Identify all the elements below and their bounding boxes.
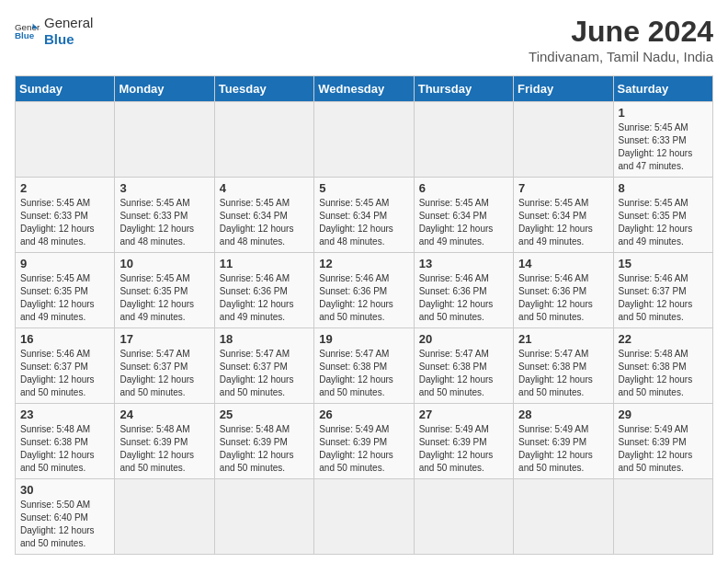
day-number: 20 bbox=[419, 332, 508, 346]
day-number: 16 bbox=[20, 332, 109, 346]
day-cell: 13Sunrise: 5:46 AM Sunset: 6:36 PM Dayli… bbox=[414, 253, 513, 328]
day-cell bbox=[613, 479, 712, 555]
day-cell: 23Sunrise: 5:48 AM Sunset: 6:38 PM Dayli… bbox=[16, 404, 115, 479]
week-row-1: 2Sunrise: 5:45 AM Sunset: 6:33 PM Daylig… bbox=[16, 178, 713, 253]
day-info: Sunrise: 5:45 AM Sunset: 6:33 PM Dayligh… bbox=[119, 197, 209, 248]
day-number: 4 bbox=[220, 181, 309, 195]
day-number: 25 bbox=[220, 408, 309, 421]
day-cell bbox=[414, 102, 513, 178]
day-info: Sunrise: 5:45 AM Sunset: 6:34 PM Dayligh… bbox=[220, 197, 309, 248]
week-row-3: 16Sunrise: 5:46 AM Sunset: 6:37 PM Dayli… bbox=[16, 328, 713, 404]
day-cell: 30Sunrise: 5:50 AM Sunset: 6:40 PM Dayli… bbox=[16, 479, 115, 555]
day-cell bbox=[115, 479, 214, 555]
day-number: 19 bbox=[319, 332, 408, 346]
day-header-sunday: Sunday bbox=[16, 76, 115, 102]
day-header-thursday: Thursday bbox=[414, 76, 513, 102]
day-number: 3 bbox=[119, 181, 209, 195]
day-info: Sunrise: 5:48 AM Sunset: 6:39 PM Dayligh… bbox=[119, 423, 209, 475]
day-number: 9 bbox=[20, 257, 109, 270]
week-row-5: 30Sunrise: 5:50 AM Sunset: 6:40 PM Dayli… bbox=[16, 479, 713, 555]
day-cell: 21Sunrise: 5:47 AM Sunset: 6:38 PM Dayli… bbox=[514, 328, 613, 404]
day-number: 21 bbox=[518, 332, 608, 346]
day-cell: 7Sunrise: 5:45 AM Sunset: 6:34 PM Daylig… bbox=[514, 178, 613, 253]
day-info: Sunrise: 5:45 AM Sunset: 6:34 PM Dayligh… bbox=[319, 197, 408, 248]
day-info: Sunrise: 5:46 AM Sunset: 6:37 PM Dayligh… bbox=[20, 348, 109, 399]
calendar-title: June 2024 bbox=[529, 15, 713, 49]
day-info: Sunrise: 5:46 AM Sunset: 6:36 PM Dayligh… bbox=[518, 272, 608, 324]
day-cell: 6Sunrise: 5:45 AM Sunset: 6:34 PM Daylig… bbox=[414, 178, 513, 253]
day-number: 30 bbox=[20, 483, 109, 497]
day-cell: 25Sunrise: 5:48 AM Sunset: 6:39 PM Dayli… bbox=[214, 404, 313, 479]
day-number: 12 bbox=[319, 257, 408, 270]
day-cell: 24Sunrise: 5:48 AM Sunset: 6:39 PM Dayli… bbox=[115, 404, 214, 479]
day-info: Sunrise: 5:46 AM Sunset: 6:36 PM Dayligh… bbox=[220, 272, 309, 324]
day-cell: 12Sunrise: 5:46 AM Sunset: 6:36 PM Dayli… bbox=[314, 253, 414, 328]
day-cell bbox=[314, 102, 414, 178]
day-cell: 5Sunrise: 5:45 AM Sunset: 6:34 PM Daylig… bbox=[314, 178, 414, 253]
logo-general: General bbox=[44, 15, 93, 30]
day-cell: 19Sunrise: 5:47 AM Sunset: 6:38 PM Dayli… bbox=[314, 328, 414, 404]
day-number: 14 bbox=[518, 257, 608, 270]
page-header: General Blue General Blue June 2024 Tind… bbox=[15, 15, 713, 64]
day-number: 17 bbox=[119, 332, 209, 346]
day-number: 26 bbox=[319, 408, 408, 421]
day-cell: 9Sunrise: 5:45 AM Sunset: 6:35 PM Daylig… bbox=[16, 253, 115, 328]
day-number: 22 bbox=[619, 332, 708, 346]
day-number: 10 bbox=[119, 257, 209, 270]
day-info: Sunrise: 5:45 AM Sunset: 6:35 PM Dayligh… bbox=[20, 272, 109, 324]
day-cell bbox=[214, 102, 313, 178]
day-number: 7 bbox=[518, 181, 608, 195]
week-row-2: 9Sunrise: 5:45 AM Sunset: 6:35 PM Daylig… bbox=[16, 253, 713, 328]
calendar-table: SundayMondayTuesdayWednesdayThursdayFrid… bbox=[15, 75, 713, 555]
day-info: Sunrise: 5:48 AM Sunset: 6:38 PM Dayligh… bbox=[619, 348, 708, 399]
day-cell: 10Sunrise: 5:45 AM Sunset: 6:35 PM Dayli… bbox=[115, 253, 214, 328]
day-cell: 8Sunrise: 5:45 AM Sunset: 6:35 PM Daylig… bbox=[613, 178, 712, 253]
day-info: Sunrise: 5:47 AM Sunset: 6:38 PM Dayligh… bbox=[518, 348, 608, 399]
day-cell: 18Sunrise: 5:47 AM Sunset: 6:37 PM Dayli… bbox=[214, 328, 313, 404]
day-number: 29 bbox=[619, 408, 708, 421]
day-cell: 14Sunrise: 5:46 AM Sunset: 6:36 PM Dayli… bbox=[514, 253, 613, 328]
day-info: Sunrise: 5:49 AM Sunset: 6:39 PM Dayligh… bbox=[518, 423, 608, 475]
logo-icon: General Blue bbox=[15, 18, 40, 44]
day-cell bbox=[414, 479, 513, 555]
day-info: Sunrise: 5:45 AM Sunset: 6:33 PM Dayligh… bbox=[619, 121, 708, 173]
day-number: 13 bbox=[419, 257, 508, 270]
day-cell: 16Sunrise: 5:46 AM Sunset: 6:37 PM Dayli… bbox=[16, 328, 115, 404]
day-number: 8 bbox=[619, 181, 708, 195]
day-info: Sunrise: 5:49 AM Sunset: 6:39 PM Dayligh… bbox=[619, 423, 708, 475]
day-info: Sunrise: 5:47 AM Sunset: 6:37 PM Dayligh… bbox=[119, 348, 209, 399]
day-number: 5 bbox=[319, 181, 408, 195]
day-cell bbox=[514, 479, 613, 555]
day-number: 18 bbox=[220, 332, 309, 346]
day-cell bbox=[514, 102, 613, 178]
day-cell: 17Sunrise: 5:47 AM Sunset: 6:37 PM Dayli… bbox=[115, 328, 214, 404]
day-number: 1 bbox=[619, 106, 708, 120]
day-info: Sunrise: 5:49 AM Sunset: 6:39 PM Dayligh… bbox=[319, 423, 408, 475]
day-number: 28 bbox=[518, 408, 608, 421]
day-header-friday: Friday bbox=[514, 76, 613, 102]
day-info: Sunrise: 5:47 AM Sunset: 6:38 PM Dayligh… bbox=[319, 348, 408, 399]
day-number: 11 bbox=[220, 257, 309, 270]
day-info: Sunrise: 5:46 AM Sunset: 6:37 PM Dayligh… bbox=[619, 272, 708, 324]
day-info: Sunrise: 5:47 AM Sunset: 6:38 PM Dayligh… bbox=[419, 348, 508, 399]
day-info: Sunrise: 5:45 AM Sunset: 6:34 PM Dayligh… bbox=[518, 197, 608, 248]
day-info: Sunrise: 5:50 AM Sunset: 6:40 PM Dayligh… bbox=[20, 499, 109, 550]
calendar-subtitle: Tindivanam, Tamil Nadu, India bbox=[529, 49, 713, 64]
day-info: Sunrise: 5:45 AM Sunset: 6:35 PM Dayligh… bbox=[119, 272, 209, 324]
day-info: Sunrise: 5:49 AM Sunset: 6:39 PM Dayligh… bbox=[419, 423, 508, 475]
day-cell: 2Sunrise: 5:45 AM Sunset: 6:33 PM Daylig… bbox=[16, 178, 115, 253]
day-info: Sunrise: 5:45 AM Sunset: 6:33 PM Dayligh… bbox=[20, 197, 109, 248]
logo: General Blue General Blue bbox=[15, 15, 93, 48]
day-cell: 1Sunrise: 5:45 AM Sunset: 6:33 PM Daylig… bbox=[613, 102, 712, 178]
day-header-wednesday: Wednesday bbox=[314, 76, 414, 102]
week-row-4: 23Sunrise: 5:48 AM Sunset: 6:38 PM Dayli… bbox=[16, 404, 713, 479]
day-info: Sunrise: 5:45 AM Sunset: 6:34 PM Dayligh… bbox=[419, 197, 508, 248]
day-cell: 4Sunrise: 5:45 AM Sunset: 6:34 PM Daylig… bbox=[214, 178, 313, 253]
day-cell: 22Sunrise: 5:48 AM Sunset: 6:38 PM Dayli… bbox=[613, 328, 712, 404]
day-header-monday: Monday bbox=[115, 76, 214, 102]
day-cell: 11Sunrise: 5:46 AM Sunset: 6:36 PM Dayli… bbox=[214, 253, 313, 328]
day-header-saturday: Saturday bbox=[613, 76, 712, 102]
day-number: 6 bbox=[419, 181, 508, 195]
day-number: 23 bbox=[20, 408, 109, 421]
day-cell: 28Sunrise: 5:49 AM Sunset: 6:39 PM Dayli… bbox=[514, 404, 613, 479]
